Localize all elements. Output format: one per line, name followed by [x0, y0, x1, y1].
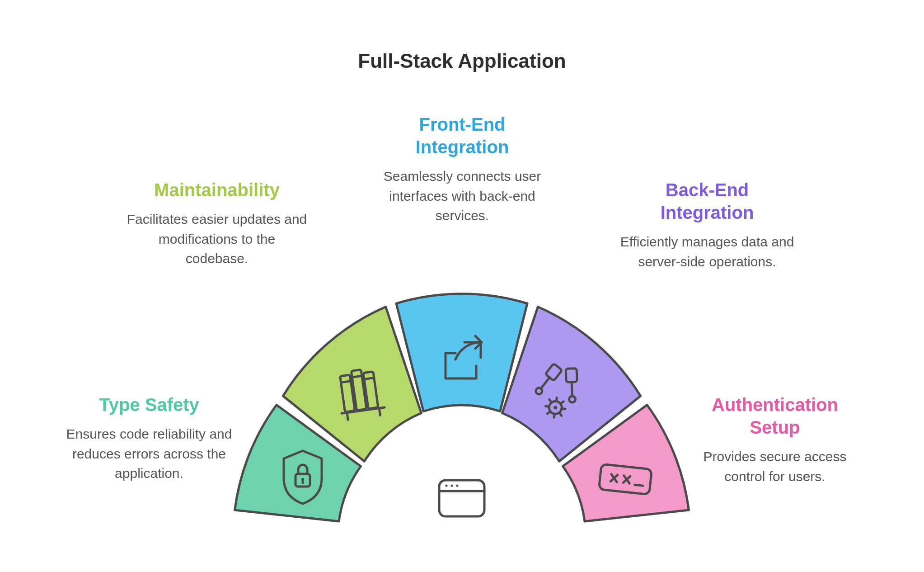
- svg-line-11: [364, 378, 374, 379]
- svg-point-36: [445, 484, 447, 487]
- segment-title: Front-End Integration: [372, 113, 553, 158]
- svg-line-20: [556, 398, 557, 402]
- segment-title: Back-End Integration: [617, 179, 797, 224]
- svg-line-10: [352, 376, 362, 377]
- svg-point-38: [456, 484, 458, 487]
- segment-title: Maintainability: [127, 179, 307, 201]
- segment-description: Facilitates easier updates and modificat…: [127, 209, 307, 269]
- segment-description: Seamlessly connects user interfaces with…: [372, 166, 553, 226]
- segment-back-end: Back-End Integration Efficiently manages…: [617, 179, 797, 271]
- svg-line-33: [635, 485, 643, 486]
- segment-front-end: Front-End Integration Seamlessly connect…: [372, 113, 553, 226]
- segment-description: Provides secure access control for users…: [685, 447, 865, 486]
- diagram-title: Full-Stack Application: [0, 50, 924, 72]
- svg-point-37: [450, 484, 453, 487]
- svg-line-16: [572, 382, 572, 397]
- segment-type-safety: Type Safety Ensures code reliability and…: [59, 393, 239, 483]
- svg-line-21: [554, 414, 554, 417]
- svg-line-4: [347, 413, 348, 420]
- svg-line-22: [546, 406, 549, 407]
- fan-chart: [222, 276, 701, 529]
- svg-line-5: [379, 408, 380, 416]
- segment-maintainability: Maintainability Facilitates easier updat…: [127, 179, 307, 269]
- segment-title: Authentication Setup: [685, 393, 865, 439]
- segment-title: Type Safety: [59, 393, 239, 416]
- segment-description: Ensures code reliability and reduces err…: [59, 424, 239, 483]
- segment-description: Efficiently manages data and server-side…: [617, 232, 797, 271]
- svg-line-9: [341, 381, 351, 383]
- svg-line-23: [562, 408, 565, 409]
- segment-authentication: Authentication Setup Provides secure acc…: [685, 393, 865, 486]
- app-window-icon: [439, 480, 484, 516]
